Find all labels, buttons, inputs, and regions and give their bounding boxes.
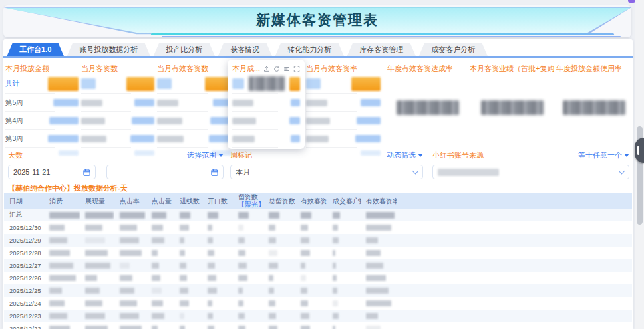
masked-value [301, 250, 310, 256]
col-filler [397, 193, 632, 209]
card-row-total [232, 74, 300, 94]
masked-value [120, 250, 142, 256]
data-cell [263, 272, 295, 284]
card-title: 当月有效客资率 [306, 64, 381, 74]
masked-value [238, 263, 247, 269]
data-cell [202, 284, 233, 297]
masked-value [238, 225, 243, 231]
export-icon[interactable] [263, 66, 270, 72]
table-row: 2025/12/30 [4, 221, 632, 234]
masked-value [208, 288, 217, 294]
data-cell [202, 297, 233, 310]
card-row-week3 [81, 130, 154, 148]
masked-value [269, 288, 274, 294]
masked-value [306, 136, 329, 142]
card-title: 当月客资数 [81, 64, 154, 74]
masked-value [289, 77, 300, 91]
masked-value [301, 237, 309, 243]
col-date: 日期 [4, 193, 44, 209]
data-cell [174, 284, 202, 297]
masked-value [180, 275, 187, 281]
tab-roi-analysis[interactable]: 投产比分析 [153, 43, 215, 56]
table-row: 2025/12/29 [4, 234, 632, 247]
masked-value [157, 78, 172, 89]
tab-conversion-analysis[interactable]: 转化能力分析 [275, 43, 344, 56]
data-cell [295, 247, 327, 259]
masked-value [301, 225, 308, 231]
start-date-input[interactable]: 2025-11-21 [8, 165, 96, 179]
masked-value [232, 78, 244, 89]
masked-value [120, 212, 145, 219]
masked-value [48, 77, 79, 91]
masked-value [120, 275, 132, 281]
filler-cell [397, 247, 632, 259]
card-row-week4 [81, 112, 154, 130]
data-cell [327, 310, 361, 322]
kpi-title: 年度有效客资达成率 [387, 64, 468, 74]
calendar-icon[interactable] [83, 169, 90, 176]
range-mode-dropdown[interactable]: 选择范围 [187, 150, 224, 160]
filler-cell [397, 234, 632, 247]
tab-deal-customer-analysis[interactable]: 成交客户分析 [418, 43, 488, 56]
masked-value [180, 212, 190, 219]
masked-value [289, 117, 300, 124]
end-date-input[interactable] [106, 165, 224, 179]
col-leads-spotlight: 留资数【聚光】 [233, 193, 263, 209]
xhs-source-select[interactable] [432, 165, 629, 179]
masked-value [366, 250, 381, 256]
masked-value [85, 300, 102, 306]
filler-cell [397, 221, 632, 234]
data-cell [263, 310, 295, 322]
scrollbar-track[interactable] [635, 0, 644, 329]
masked-value [269, 326, 277, 329]
spotlight-tag[interactable]: 【聚光】 [238, 201, 263, 208]
data-cell [80, 310, 114, 322]
masked-value [126, 77, 154, 91]
masked-value [357, 117, 381, 124]
sort-icon[interactable] [283, 66, 290, 72]
masked-value [85, 275, 97, 281]
range-mode-label: 选择范围 [187, 151, 216, 159]
date-cell: 2025/12/30 [4, 221, 44, 234]
data-cell [202, 322, 233, 329]
masked-value [269, 275, 273, 281]
masked-value [152, 212, 166, 219]
refresh-icon[interactable] [273, 66, 280, 72]
side-drawer-handle[interactable] [635, 138, 644, 163]
masked-value [152, 263, 159, 269]
data-cell [146, 322, 174, 329]
kpi-annual-valid-lead-rate: 年度有效客资达成率 [387, 64, 468, 115]
calendar-icon[interactable] [211, 169, 218, 176]
tab-inventory-management[interactable]: 库存客资管理 [347, 43, 416, 56]
week-mark-select[interactable]: 本月 [230, 165, 423, 179]
data-cell [295, 272, 327, 284]
dynamic-filter-dropdown[interactable]: 动态筛选 [387, 150, 423, 160]
tab-acquisition[interactable]: 获客情况 [218, 43, 272, 56]
data-cell [114, 259, 146, 272]
date-cell: 2025/12/26 [4, 272, 44, 284]
fullscreen-icon[interactable] [293, 66, 300, 72]
card-row-week5 [306, 94, 381, 112]
data-cell [174, 272, 202, 284]
ads-data-table: 日期 消费 展现量 点击率 点击量 进线数 开口数 留资数【聚光】 总留资数 有… [4, 193, 632, 329]
kpi-month-performance: 本月客资业绩（首批+复购）i [470, 64, 555, 115]
tab-workbench[interactable]: 工作台1.0 [7, 43, 64, 56]
date-cell: 2025/12/28 [4, 247, 44, 259]
masked-value [351, 77, 381, 91]
data-cell [174, 234, 202, 247]
data-cell [174, 221, 202, 234]
equals-any-dropdown[interactable]: 等于任意一个 [578, 150, 629, 160]
col-clicks: 点击量 [146, 193, 174, 209]
main-panel: 工作台1.0 账号投放数据分析 投产比分析 获客情况 转化能力分析 库存客资管理… [3, 39, 633, 329]
data-cell [44, 284, 80, 297]
col-valid-lead-rate: 有效客资率 [361, 193, 397, 209]
tab-account-ads-analysis[interactable]: 账号投放数据分析 [67, 43, 150, 56]
masked-value [85, 212, 114, 219]
masked-value [269, 250, 277, 256]
masked-value [238, 313, 245, 319]
data-cell [44, 272, 80, 284]
masked-value [269, 313, 276, 319]
masked-value [49, 288, 62, 294]
masked-value [366, 300, 391, 306]
masked-value [120, 237, 139, 243]
